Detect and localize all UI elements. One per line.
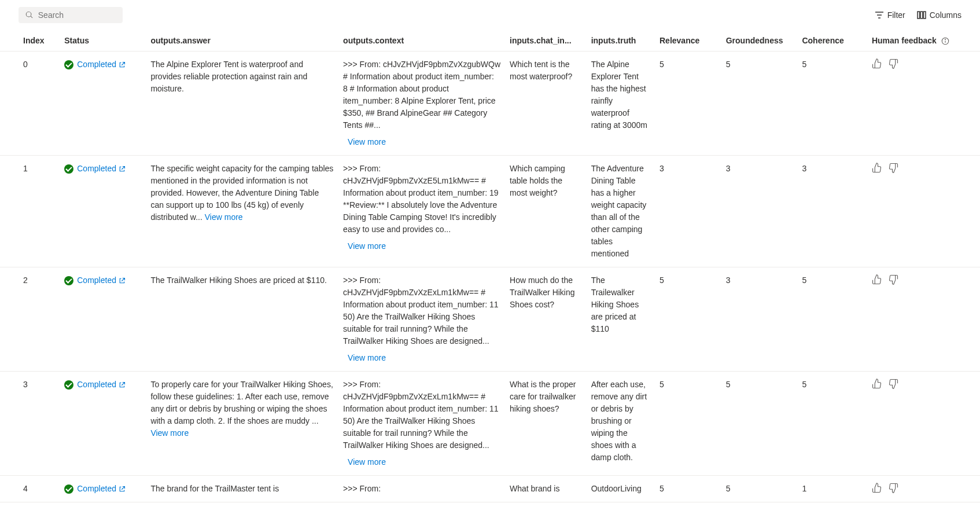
cell-truth: OutdoorLiving [587, 476, 655, 502]
thumbs-down-icon[interactable] [888, 483, 898, 493]
cell-feedback [867, 267, 980, 372]
cell-truth: The Alpine Explorer Tent has the highest… [587, 52, 655, 156]
status-link[interactable]: Completed [77, 483, 126, 495]
cell-status: Completed [60, 267, 146, 372]
view-more-link[interactable]: View more [150, 428, 189, 438]
cell-index: 2 [0, 267, 60, 372]
header-chat-in[interactable]: inputs.chat_in... [505, 30, 587, 52]
view-more-link[interactable]: View more [205, 212, 243, 222]
cell-groundedness: 5 [721, 372, 798, 476]
cell-relevance: 5 [655, 267, 721, 372]
check-circle-icon [64, 164, 73, 174]
status-link[interactable]: Completed [77, 58, 126, 71]
cell-context: >>> From: cHJvZHVjdF9pbmZvXzE5Lm1kMw== #… [338, 156, 505, 267]
thumbs-down-icon[interactable] [888, 163, 898, 173]
external-link-icon [119, 381, 126, 388]
filter-button[interactable]: Filter [875, 10, 905, 20]
svg-point-5 [945, 39, 945, 40]
header-context[interactable]: outputs.context [338, 30, 505, 52]
cell-groundedness: 3 [721, 267, 798, 372]
thumbs-up-icon[interactable] [872, 483, 882, 493]
view-more-link[interactable]: View more [348, 136, 500, 148]
cell-answer: The brand for the TrailMaster tent is [146, 476, 338, 502]
thumbs-down-icon[interactable] [888, 379, 898, 389]
cell-index: 1 [0, 156, 60, 267]
header-groundedness[interactable]: Groundedness [721, 30, 798, 52]
cell-context: >>> From: cHJvZHVjdF9pbmZvXzExLm1kMw== #… [338, 267, 505, 372]
check-circle-icon [64, 276, 73, 285]
header-relevance[interactable]: Relevance [655, 30, 721, 52]
cell-status: Completed [60, 372, 146, 476]
cell-feedback [867, 476, 980, 502]
info-icon [941, 37, 949, 45]
thumbs-up-icon[interactable] [872, 274, 882, 285]
table-row: 2Completed The TrailWalker Hiking Shoes … [0, 267, 980, 372]
table-row: 0Completed The Alpine Explorer Tent is w… [0, 52, 980, 156]
cell-relevance: 3 [655, 156, 721, 267]
thumbs-down-icon[interactable] [888, 274, 898, 285]
cell-coherence: 3 [797, 156, 867, 267]
header-answer[interactable]: outputs.answer [146, 30, 338, 52]
cell-status: Completed [60, 52, 146, 156]
cell-chat-in: How much do the TrailWalker Hiking Shoes… [505, 267, 587, 372]
cell-relevance: 5 [655, 476, 721, 502]
status-link[interactable]: Completed [77, 379, 126, 391]
view-more-link[interactable]: View more [348, 240, 500, 252]
thumbs-down-icon[interactable] [888, 58, 898, 69]
cell-chat-in: What is the proper care for trailwalker … [505, 372, 587, 476]
search-input[interactable] [38, 10, 116, 20]
cell-groundedness: 3 [721, 156, 798, 267]
status-link[interactable]: Completed [77, 274, 126, 287]
cell-feedback [867, 156, 980, 267]
cell-index: 3 [0, 372, 60, 476]
view-more-link[interactable]: View more [348, 456, 500, 468]
external-link-icon [119, 486, 126, 493]
toolbar-actions: Filter Columns [875, 10, 961, 20]
svg-rect-0 [918, 12, 920, 19]
thumbs-up-icon[interactable] [872, 58, 882, 69]
cell-chat-in: Which tent is the most waterproof? [505, 52, 587, 156]
columns-button[interactable]: Columns [917, 10, 961, 20]
status-link[interactable]: Completed [77, 163, 126, 175]
cell-groundedness: 5 [721, 476, 798, 502]
table-row: 1Completed The specific weight capacity … [0, 156, 980, 267]
table-row: 3Completed To properly care for your Tra… [0, 372, 980, 476]
search-icon [25, 10, 34, 20]
cell-chat-in: What brand is [505, 476, 587, 502]
svg-rect-1 [920, 12, 923, 19]
external-link-icon [119, 61, 126, 68]
cell-status: Completed [60, 156, 146, 267]
search-box[interactable] [19, 7, 123, 23]
toolbar: Filter Columns [0, 0, 980, 30]
cell-chat-in: Which camping table holds the most weigh… [505, 156, 587, 267]
cell-relevance: 5 [655, 52, 721, 156]
cell-index: 4 [0, 476, 60, 502]
results-table: Index Status outputs.answer outputs.cont… [0, 30, 980, 502]
cell-coherence: 5 [797, 52, 867, 156]
header-coherence[interactable]: Coherence [797, 30, 867, 52]
thumbs-up-icon[interactable] [872, 163, 882, 173]
cell-answer: The specific weight capacity for the cam… [146, 156, 338, 267]
cell-feedback [867, 52, 980, 156]
cell-coherence: 5 [797, 372, 867, 476]
cell-answer: To properly care for your TrailWalker Hi… [146, 372, 338, 476]
view-more-link[interactable]: View more [348, 352, 500, 364]
header-index[interactable]: Index [0, 30, 60, 52]
filter-icon [875, 10, 884, 20]
check-circle-icon [64, 380, 73, 390]
thumbs-up-icon[interactable] [872, 379, 882, 389]
cell-context: >>> From: cHJvZHVjdF9pbmZvXzExLm1kMw== #… [338, 372, 505, 476]
cell-truth: The Adventure Dining Table has a higher … [587, 156, 655, 267]
svg-rect-2 [923, 12, 926, 19]
header-feedback[interactable]: Human feedback [867, 30, 980, 52]
header-status[interactable]: Status [60, 30, 146, 52]
header-truth[interactable]: inputs.truth [587, 30, 655, 52]
cell-relevance: 5 [655, 372, 721, 476]
table-row: 4Completed The brand for the TrailMaster… [0, 476, 980, 502]
header-row: Index Status outputs.answer outputs.cont… [0, 30, 980, 52]
cell-status: Completed [60, 476, 146, 502]
external-link-icon [119, 277, 126, 284]
cell-coherence: 1 [797, 476, 867, 502]
cell-context: >>> From: [338, 476, 505, 502]
check-circle-icon [64, 60, 73, 69]
